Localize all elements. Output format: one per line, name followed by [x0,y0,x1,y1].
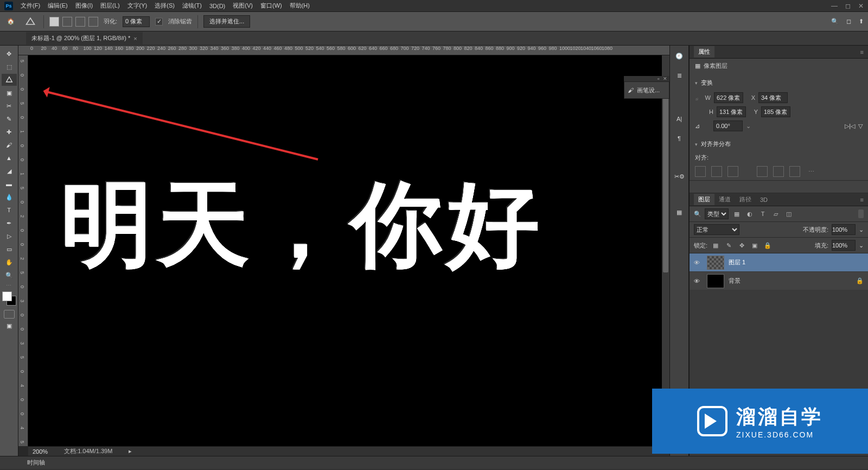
flip-h-icon[interactable]: ▷|◁ [845,123,855,130]
blur-tool-icon[interactable]: 💧 [2,191,17,203]
brush-settings-panel[interactable]: 🖌 画笔设... [624,81,669,99]
layer-row[interactable]: 👁 背景 🔒 [690,272,868,290]
flip-v-icon[interactable]: ▽ [858,123,863,130]
menu-3d[interactable]: 3D(D) [209,3,225,9]
layer-row[interactable]: 👁 图层 1 [690,253,868,272]
history-icon[interactable]: 🕘 [673,50,685,62]
vertical-scrollbar[interactable] [662,55,669,446]
canvas[interactable]: 明天，你好 [28,55,662,446]
filter-type-select[interactable]: 类型 [705,208,729,219]
eyedropper-tool-icon[interactable]: ✎ [2,113,17,125]
swatches-panel-icon[interactable]: ▦ [673,206,685,218]
link-icon[interactable]: ⟓ [695,94,699,101]
lock-icon[interactable]: 🔒 [856,277,864,284]
opacity-chev-icon[interactable]: ⌄ [859,226,864,233]
y-input[interactable] [761,106,790,117]
panel-close-icon[interactable]: ✕ [663,76,667,81]
menu-image[interactable]: 图像(I) [75,2,93,10]
filter-shape-icon[interactable]: ▱ [771,209,781,219]
path-select-tool-icon[interactable]: ▷ [2,230,17,242]
menu-edit[interactable]: 编辑(E) [48,2,68,10]
align-top-icon[interactable] [757,166,768,177]
x-input[interactable] [758,92,788,103]
filter-image-icon[interactable]: ▦ [732,209,742,219]
filter-smart-icon[interactable]: ◫ [784,209,794,219]
close-icon[interactable]: ✕ [858,2,864,10]
menu-type[interactable]: 文字(Y) [127,2,148,10]
minimize-icon[interactable]: — [831,2,838,10]
antialias-checkbox[interactable]: ✓ [155,18,163,26]
blend-mode-select[interactable]: 正常 [694,224,739,235]
libraries-icon[interactable]: ✂⚙ [673,170,685,182]
maximize-icon[interactable]: ◻ [845,2,851,10]
channels-tab[interactable]: 通道 [714,194,735,205]
marquee-tool-icon[interactable]: ⬚ [2,61,17,73]
type-tool-icon[interactable]: T [2,204,17,216]
tool-preset-icon[interactable] [23,15,38,28]
layer-thumbnail[interactable] [707,274,724,288]
object-select-tool-icon[interactable]: ▣ [2,87,17,99]
layer-name[interactable]: 背景 [729,277,741,285]
align-center-h-icon[interactable] [711,166,722,177]
properties-tab[interactable]: 属性 [694,46,714,58]
workspace-icon[interactable]: ◻ [846,18,851,25]
align-section[interactable]: 对齐并分布 [690,138,868,150]
filter-type-icon[interactable]: T [758,209,768,219]
timeline-label[interactable]: 时间轴 [27,459,45,467]
height-input[interactable] [717,106,746,117]
transform-section[interactable]: 变换 [690,77,868,89]
menu-file[interactable]: 文件(F) [21,2,40,10]
document-tab[interactable]: 未标题-1 @ 200% (图层 1, RGB/8#) * × [26,32,143,45]
menu-view[interactable]: 视图(V) [233,2,253,10]
home-icon[interactable]: 🏠 [4,15,17,28]
character-icon[interactable]: A| [673,113,685,125]
tab-close-icon[interactable]: × [133,35,137,42]
new-selection-icon[interactable] [49,17,59,27]
align-more-icon[interactable]: ⋯ [806,166,816,177]
menu-help[interactable]: 帮助(H) [290,2,310,10]
visibility-icon[interactable]: 👁 [694,259,703,266]
menu-layer[interactable]: 图层(L) [100,2,119,10]
paths-tab[interactable]: 路径 [735,194,756,205]
intersect-selection-icon[interactable] [88,17,98,27]
status-play-icon[interactable]: ▸ [129,448,132,455]
screen-mode-icon[interactable]: ▣ [2,320,17,332]
visibility-icon[interactable]: 👁 [694,278,703,284]
select-and-mask-button[interactable]: 选择并遮住... [203,15,250,28]
subtract-selection-icon[interactable] [75,17,85,27]
angle-input[interactable] [713,120,743,131]
healing-tool-icon[interactable]: ✚ [2,126,17,138]
stamp-tool-icon[interactable]: ▲ [2,152,17,164]
lock-pixels-icon[interactable]: ▦ [711,240,720,250]
hand-tool-icon[interactable]: ✋ [2,256,17,268]
align-center-v-icon[interactable] [773,166,784,177]
fg-color-swatch[interactable] [2,291,12,301]
menu-window[interactable]: 窗口(W) [260,2,282,10]
crop-tool-icon[interactable]: ✂ [2,100,17,112]
fill-chev-icon[interactable]: ⌄ [859,242,864,249]
layer-thumbnail[interactable] [707,256,724,270]
search-icon[interactable]: 🔍 [831,18,839,25]
horizontal-ruler[interactable]: 0204060801001201401601802002202402602803… [18,46,669,55]
align-bottom-icon[interactable] [789,166,800,177]
lock-artboard-icon[interactable]: ▣ [750,240,760,250]
edit-toolbar-icon[interactable]: ⋯ [6,282,12,288]
align-left-icon[interactable] [695,166,706,177]
collapse-icon[interactable]: « [658,77,660,81]
zoom-tool-icon[interactable]: 🔍 [2,269,17,281]
actions-icon[interactable]: ≣ [673,69,685,81]
brush-tool-icon[interactable]: 🖌 [2,139,17,151]
move-tool-icon[interactable]: ✥ [2,48,17,60]
eraser-tool-icon[interactable]: ◢ [2,165,17,177]
lock-all-icon[interactable]: 🔒 [763,240,773,250]
feather-input[interactable] [123,16,150,27]
filter-adjust-icon[interactable]: ◐ [745,209,755,219]
pen-tool-icon[interactable]: ✒ [2,217,17,229]
lock-move-icon[interactable]: ✥ [737,240,746,250]
zoom-level[interactable]: 200% [33,448,48,455]
rectangle-tool-icon[interactable]: ▭ [2,243,17,255]
panel-menu-icon[interactable]: ≡ [860,49,864,55]
menu-select[interactable]: 选择(S) [155,2,175,10]
layers-menu-icon[interactable]: ≡ [860,196,864,203]
menu-filter[interactable]: 滤镜(T) [182,2,202,10]
